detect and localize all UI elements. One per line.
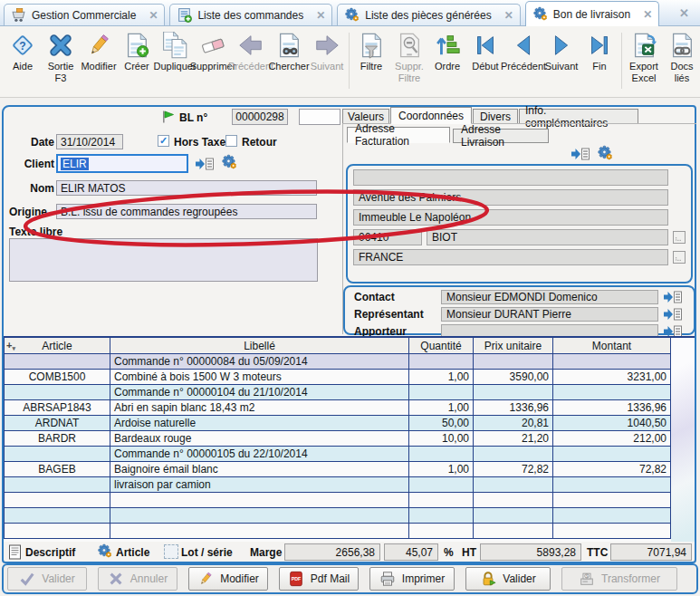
hors-taxe-checkbox[interactable]	[158, 135, 169, 147]
arrow-list-icon	[196, 158, 214, 170]
column-header-article[interactable]: Article	[5, 338, 110, 353]
transformer-button[interactable]: $ Transformer	[561, 567, 677, 591]
close-icon[interactable]	[316, 9, 325, 22]
table-row-item[interactable]: COMB1500Combiné à bois 1500 W 3 moteurs …	[5, 370, 671, 385]
pencil-icon	[85, 32, 112, 59]
postal-code-field[interactable]: 06410	[353, 229, 422, 245]
toolbar-sortie-button[interactable]: SortieF3	[42, 31, 80, 85]
client-settings-button[interactable]	[221, 154, 237, 170]
toolbar-dupliquer-button[interactable]: Dupliquer	[156, 31, 194, 73]
table-row-item[interactable]: ARDNATArdoise naturelle 50,0020,811040,5…	[5, 416, 671, 431]
tab-info-complementaires[interactable]: Info. complémentaires	[519, 109, 638, 124]
ttc-label: TTC	[587, 546, 608, 559]
table-row-comment[interactable]: livraison par camion	[5, 477, 671, 493]
imprimer-button[interactable]: Imprimer	[369, 567, 455, 591]
tab-gestion-commerciale[interactable]: Gestion Commerciale	[4, 4, 165, 25]
lock-validate-icon	[480, 571, 496, 587]
column-header-libelle[interactable]: Libellé	[110, 338, 409, 353]
country-lookup-button[interactable]	[673, 251, 686, 264]
article-footer-label[interactable]: Article	[116, 546, 149, 559]
address-line1-field[interactable]	[353, 169, 668, 186]
address-tabs: Adresse Facturation Adresse Livraison	[347, 127, 551, 143]
address-pick-button[interactable]	[571, 148, 590, 160]
toolbar-aide-button[interactable]: ? Aide	[4, 31, 42, 73]
close-icon[interactable]	[643, 8, 652, 21]
client-pick-button[interactable]	[196, 158, 214, 170]
tab-liste-des-pieces-generees[interactable]: Liste des pièces générées	[337, 4, 521, 25]
close-all-icon[interactable]	[679, 6, 689, 20]
close-icon[interactable]	[504, 9, 513, 22]
country-field[interactable]: FRANCE	[353, 249, 668, 265]
column-header-montant[interactable]: Montant	[553, 338, 671, 353]
tab-adresse-facturation[interactable]: Adresse Facturation	[347, 127, 450, 143]
table-row-group[interactable]: Commande n° 00000104 du 21/10/2014	[5, 385, 671, 400]
table-row-item[interactable]: ABRSAP1843Abri en sapin blanc 18,43 m2 1…	[5, 400, 671, 416]
valider-top-button[interactable]: Valider	[7, 567, 87, 591]
toolbar-chercher-button[interactable]: Chercher	[270, 31, 308, 73]
table-row-item[interactable]: BARDRBardeaux rouge 10,0021,20212,00	[5, 431, 671, 447]
valider-button[interactable]: Valider	[465, 567, 551, 591]
column-customize-button[interactable]	[6, 338, 15, 353]
toolbar-creer-button[interactable]: Créer	[118, 31, 156, 73]
tab-liste-des-commandes[interactable]: Liste des commandes	[169, 4, 332, 25]
bl-number-field[interactable]: 00000298	[232, 109, 288, 125]
arrow-left-icon	[237, 32, 264, 59]
toolbar-precedent-button[interactable]: Précédent	[504, 31, 542, 73]
table-row-empty[interactable]	[5, 524, 671, 539]
descriptif-label[interactable]: Descriptif	[25, 546, 75, 559]
lot-serie-label[interactable]: Lot / série	[181, 546, 233, 559]
toolbar-export-excel-button[interactable]: ExportExcel	[625, 31, 663, 85]
toolbar-supprimer-button[interactable]: Supprimer	[194, 31, 232, 73]
representant-field[interactable]: Monsieur DURANT Pierre	[441, 307, 658, 322]
contact-label: Contact	[349, 291, 441, 303]
table-row-group[interactable]: Commande n° 00000105 du 22/10/2014	[5, 447, 671, 462]
tab-bon-de-livraison[interactable]: Bon de livraison	[525, 1, 659, 26]
previous-record-icon	[510, 32, 537, 59]
toolbar-debut-button[interactable]: Début	[466, 31, 504, 73]
pdf-mail-button[interactable]: PDF Pdf Mail	[279, 567, 359, 591]
date-field[interactable]: 31/10/2014	[56, 134, 123, 149]
city-lookup-button[interactable]	[673, 231, 686, 244]
table-row-empty[interactable]	[5, 493, 671, 508]
origine-label: Origine	[9, 206, 47, 218]
svg-text:PDF: PDF	[291, 576, 301, 582]
column-header-quantite[interactable]: Quantité	[409, 338, 474, 353]
representant-pick-button[interactable]	[664, 308, 682, 321]
modifier-button[interactable]: Modifier	[188, 567, 268, 591]
retour-checkbox[interactable]	[225, 135, 237, 147]
client-input[interactable]: ELIR	[56, 154, 188, 173]
cross-icon	[108, 571, 124, 587]
toolbar-suivant-button[interactable]: Suivant	[542, 31, 580, 73]
address-group: Avenue des Palmiers Immeuble Le Napoléon…	[346, 164, 693, 284]
toolbar-modifier-button[interactable]: Modifier	[80, 31, 118, 73]
toolbar-filtre-button[interactable]: Filtre	[352, 31, 390, 73]
table-row-empty[interactable]	[5, 508, 671, 524]
toolbar-docs-lies-button[interactable]: Docsliés	[663, 31, 700, 85]
bl-secondary-field[interactable]	[299, 109, 340, 125]
nom-field[interactable]: ELIR MATOS	[56, 180, 317, 196]
column-header-prix-unitaire[interactable]: Prix unitaire	[474, 338, 553, 353]
tab-divers[interactable]: Divers	[473, 109, 518, 124]
city-field[interactable]: BIOT	[427, 229, 668, 245]
contact-pick-button[interactable]	[664, 291, 682, 303]
texte-libre-textarea[interactable]	[9, 238, 318, 282]
annuler-button[interactable]: Annuler	[98, 567, 177, 591]
toolbar-ordre-button[interactable]: Ordre	[428, 31, 466, 73]
cart-icon	[11, 7, 26, 23]
toolbar-fin-button[interactable]: Fin	[580, 31, 618, 73]
toolbar-suppr-filtre-button[interactable]: Suppr.Filtre	[390, 31, 428, 85]
origine-field[interactable]: B.L. issu de commandes regroupées	[56, 204, 317, 219]
table-row-item[interactable]: BAGEBBaignoire émail blanc 1,0072,8272,8…	[5, 462, 671, 477]
pdf-icon: PDF	[288, 571, 304, 587]
marge-label: Marge	[250, 546, 282, 559]
tab-coordonnees[interactable]: Coordonnées	[390, 107, 472, 124]
address-settings-button[interactable]	[597, 145, 613, 161]
toolbar-precedent-record-button[interactable]: Précédent	[232, 31, 270, 73]
close-icon[interactable]	[149, 9, 158, 22]
table-row-group[interactable]: Commande n° 00000084 du 05/09/2014	[5, 354, 671, 370]
address-street-field[interactable]: Avenue des Palmiers	[353, 189, 668, 206]
toolbar-suivant-record-button[interactable]: Suivant	[308, 31, 346, 73]
address-building-field[interactable]: Immeuble Le Napoléon	[353, 209, 668, 226]
contact-field[interactable]: Monsieur EDMONDI Domenico	[441, 290, 658, 304]
tab-adresse-livraison[interactable]: Adresse Livraison	[453, 129, 549, 143]
